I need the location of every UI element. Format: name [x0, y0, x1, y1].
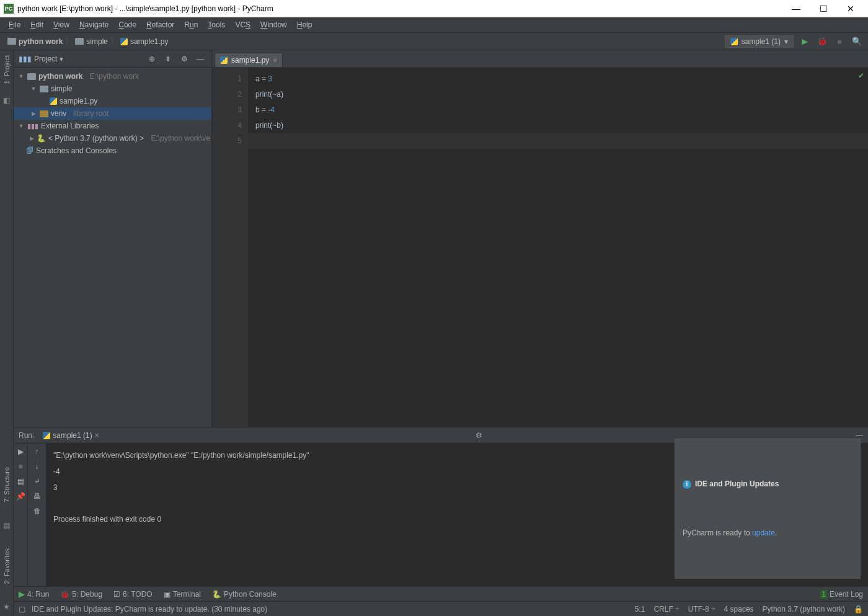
- chevron-right-icon: 〉: [110, 36, 118, 47]
- stop-button[interactable]: ■: [833, 35, 846, 48]
- menu-file[interactable]: File: [5, 19, 24, 30]
- python-file-icon: [50, 97, 57, 105]
- locate-file-button[interactable]: ⊕: [146, 55, 158, 63]
- run-tab-sample1[interactable]: sample1 (1) ×: [39, 430, 102, 441]
- status-line-sep[interactable]: CRLF ÷: [653, 605, 679, 614]
- search-everywhere-button[interactable]: 🔍: [851, 35, 863, 48]
- close-tab-icon[interactable]: ×: [273, 56, 277, 64]
- python-file-icon: [220, 56, 228, 64]
- status-indent[interactable]: 4 spaces: [724, 605, 754, 614]
- tool-eventlog-tab[interactable]: 1Event Log: [820, 590, 863, 599]
- status-caret-pos[interactable]: 5:1: [635, 605, 645, 614]
- print-button[interactable]: 🖶: [33, 492, 41, 501]
- menu-window[interactable]: Window: [257, 19, 291, 30]
- tree-file-sample1[interactable]: sample1.py: [14, 95, 211, 107]
- python-icon: 🐍: [37, 134, 46, 143]
- menu-navigate[interactable]: Navigate: [76, 19, 112, 30]
- tool-debug-tab[interactable]: 🐞5: Debug: [60, 590, 102, 599]
- status-message: IDE and Plugin Updates: PyCharm is ready…: [32, 605, 267, 614]
- bookmark-icon[interactable]: ◧: [3, 96, 10, 105]
- up-button[interactable]: ↑: [35, 447, 39, 456]
- debug-button[interactable]: 🐞: [816, 35, 828, 48]
- breadcrumb-root[interactable]: python work: [5, 37, 65, 46]
- clear-button[interactable]: 🗑: [33, 507, 41, 516]
- structure-icon: ▤: [3, 521, 10, 530]
- run-toolbar-left: ▶ ■ ▤ 📌: [14, 444, 27, 586]
- menu-view[interactable]: View: [50, 19, 73, 30]
- window-titlebar: PC python work [E:\python work] - ...\si…: [0, 0, 868, 17]
- editor-tab-sample1[interactable]: sample1.py ×: [215, 53, 283, 67]
- menu-run[interactable]: Run: [180, 19, 202, 30]
- inspection-ok-icon[interactable]: ✔: [858, 71, 864, 80]
- layout-button[interactable]: ▤: [17, 477, 24, 486]
- tool-terminal-tab[interactable]: ▣Terminal: [164, 590, 201, 599]
- hide-button[interactable]: —: [194, 55, 206, 63]
- tool-favorites-tab[interactable]: 2: Favorites: [3, 548, 11, 584]
- run-settings-button[interactable]: ⚙: [476, 431, 482, 440]
- left-tool-strip-bottom: 7: Structure ▤ 2: Favorites ★: [0, 427, 14, 616]
- menu-code[interactable]: Code: [115, 19, 140, 30]
- folder-icon: [27, 73, 36, 80]
- minimize-button[interactable]: —: [782, 0, 810, 17]
- rerun-button[interactable]: ▶: [18, 447, 24, 456]
- update-link[interactable]: update: [752, 529, 775, 537]
- bottom-tool-strip: ▶4: Run 🐞5: Debug ☑6: TODO ▣Terminal 🐍Py…: [14, 586, 868, 601]
- tool-structure-tab[interactable]: 7: Structure: [3, 467, 11, 502]
- breadcrumb-folder[interactable]: simple: [73, 37, 110, 46]
- menu-tools[interactable]: Tools: [204, 19, 229, 30]
- soft-wrap-button[interactable]: ⤶: [34, 477, 40, 486]
- breadcrumb-file[interactable]: sample1.py: [118, 37, 170, 46]
- collapse-all-button[interactable]: ⇟: [162, 55, 174, 63]
- update-notification[interactable]: iIDE and Plugin Updates PyCharm is ready…: [675, 439, 861, 579]
- run-tool-window: Run: sample1 (1) × ⚙ — ▶ ■ ▤ 📌 ↑: [14, 427, 868, 586]
- stop-run-button[interactable]: ■: [18, 462, 22, 471]
- settings-button[interactable]: ⚙: [178, 55, 190, 63]
- tool-pyconsole-tab[interactable]: 🐍Python Console: [212, 590, 277, 599]
- menu-help[interactable]: Help: [293, 19, 316, 30]
- editor-tabs: sample1.py ×: [212, 50, 868, 68]
- menu-refactor[interactable]: Refactor: [143, 19, 178, 30]
- scratch-icon: 🗐: [26, 146, 33, 155]
- chevron-down-icon: ▾: [60, 55, 63, 63]
- tool-todo-tab[interactable]: ☑6: TODO: [113, 590, 153, 599]
- code-content[interactable]: a = 3 print(~a) b = -4 print(~b): [255, 71, 868, 133]
- chevron-right-icon: 〉: [65, 36, 73, 47]
- library-icon: ▮▮▮: [27, 122, 38, 130]
- tree-folder-venv[interactable]: ▶ venv library root: [14, 107, 211, 120]
- star-icon: ★: [3, 602, 10, 611]
- tool-project-tab[interactable]: 1: Project: [3, 55, 11, 84]
- status-quick-access-icon[interactable]: ▢: [19, 605, 25, 614]
- code-editor[interactable]: 1 2 3 4 5 a = 3 print(~a) b = -4 print(~…: [212, 68, 868, 427]
- tree-external-libraries[interactable]: ▼▮▮▮ External Libraries: [14, 120, 211, 132]
- maximize-button[interactable]: ☐: [810, 0, 837, 17]
- status-interpreter[interactable]: Python 3.7 (python work): [763, 605, 845, 614]
- project-tree[interactable]: ▼ python work E:\python work ▼ simple sa…: [14, 68, 211, 427]
- menu-vcs[interactable]: VCS: [231, 19, 254, 30]
- python-file-icon: [43, 432, 50, 439]
- tree-python-sdk[interactable]: ▶🐍 < Python 3.7 (python work) > E:\pytho…: [14, 132, 211, 145]
- tree-folder-simple[interactable]: ▼ simple: [14, 83, 211, 95]
- run-console[interactable]: "E:\python work\venv\Scripts\python.exe"…: [46, 444, 868, 586]
- folder-icon: [75, 38, 84, 45]
- tree-project-root[interactable]: ▼ python work E:\python work: [14, 70, 211, 83]
- close-tab-icon[interactable]: ×: [95, 431, 99, 440]
- tool-run-tab[interactable]: ▶4: Run: [19, 589, 49, 599]
- window-title: python work [E:\python work] - ...\simpl…: [17, 4, 782, 13]
- line-gutter: 1 2 3 4 5: [212, 68, 248, 427]
- left-tool-strip: 1: Project ◧: [0, 50, 14, 427]
- pin-button[interactable]: 📌: [16, 492, 25, 501]
- project-view-selector[interactable]: ▮▮▮ Project ▾: [19, 55, 142, 63]
- python-file-icon: [730, 38, 738, 45]
- close-button[interactable]: ✕: [837, 0, 864, 17]
- run-button[interactable]: ▶: [799, 35, 811, 48]
- run-config-label: sample1 (1): [742, 37, 781, 46]
- menu-edit[interactable]: Edit: [27, 19, 47, 30]
- down-button[interactable]: ↓: [35, 462, 39, 471]
- tree-scratches[interactable]: 🗐 Scratches and Consoles: [14, 145, 211, 157]
- run-config-selector[interactable]: sample1 (1) ▾: [725, 35, 794, 48]
- status-encoding[interactable]: UTF-8 ÷: [688, 605, 715, 614]
- python-file-icon: [120, 38, 128, 45]
- status-lock-icon[interactable]: 🔒: [854, 605, 863, 614]
- info-icon: i: [683, 480, 691, 489]
- chevron-down-icon: ▾: [784, 37, 788, 46]
